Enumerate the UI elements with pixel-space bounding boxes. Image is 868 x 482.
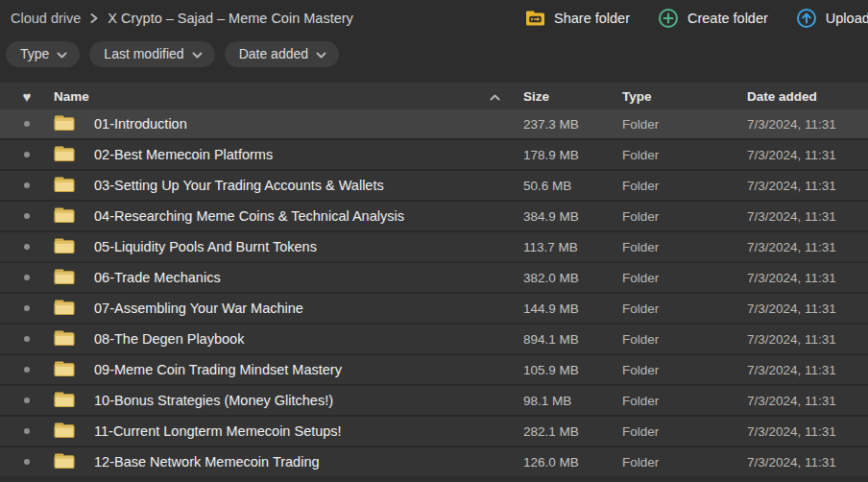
file-size: 178.9 MB [523,148,622,162]
filter-type[interactable]: Type [6,41,80,67]
folder-icon [54,144,75,166]
file-date-added: 7/3/2024, 11:31 [747,332,868,347]
file-name[interactable]: 06-Trade Mechanics [94,270,523,285]
favorite-dot-icon[interactable] [24,244,30,250]
date-added-column-header[interactable]: Date added [747,89,868,104]
table-row[interactable]: 05-Liquidity Pools And Burnt Tokens113.7… [0,232,868,261]
file-date-added: 7/3/2024, 11:31 [747,209,868,224]
file-date-added: 7/3/2024, 11:31 [747,179,868,193]
favorite-dot-icon[interactable] [24,182,30,188]
chevron-down-icon [316,46,326,61]
table-row[interactable]: 06-Trade Mechanics382.0 MBFolder7/3/2024… [0,263,868,292]
favorite-dot-icon[interactable] [24,367,30,373]
file-name[interactable]: 01-Introduction [94,116,523,132]
folder-icon [54,359,75,381]
table-row[interactable]: 01-Introduction237.3 MBFolder7/3/2024, 1… [0,109,868,138]
share-folder-label: Share folder [554,11,630,26]
breadcrumb-root[interactable]: Cloud drive [11,11,81,26]
file-size: 282.1 MB [523,424,622,439]
name-column-header[interactable]: Name [54,89,523,104]
share-folder-icon [525,10,545,27]
file-name[interactable]: 07-Assembling Your War Machine [94,301,523,316]
file-size: 382.0 MB [523,271,622,285]
file-name[interactable]: 12-Base Network Memecoin Trading [94,454,523,470]
file-type: Folder [622,332,747,347]
file-type: Folder [622,209,747,224]
file-name[interactable]: 03-Setting Up Your Trading Accounts & Wa… [94,178,523,193]
type-column-header[interactable]: Type [622,89,747,104]
file-name[interactable]: 04-Researching Meme Coins & Technical An… [94,208,523,224]
file-date-added: 7/3/2024, 11:31 [747,455,868,470]
file-type: Folder [622,394,747,408]
favorite-dot-icon[interactable] [24,275,30,280]
file-name[interactable]: 09-Meme Coin Trading Mindset Mastery [94,362,523,377]
folder-icon [54,175,75,197]
file-size: 50.6 MB [523,179,622,193]
sort-ascending-icon[interactable] [490,89,500,104]
file-type: Folder [622,424,747,439]
table-row[interactable]: 03-Setting Up Your Trading Accounts & Wa… [0,171,868,200]
table-row[interactable]: 09-Meme Coin Trading Mindset Mastery105.… [0,355,868,384]
file-type: Folder [622,301,747,316]
table-row[interactable]: 04-Researching Meme Coins & Technical An… [0,202,868,230]
file-name[interactable]: 05-Liquidity Pools And Burnt Tokens [94,239,523,254]
chevron-down-icon [57,46,67,61]
filter-last-modified[interactable]: Last modified [89,41,214,67]
name-column-label: Name [54,89,89,104]
upload-label: Upload... [826,11,868,26]
file-size: 126.0 MB [523,455,622,470]
folder-icon [54,267,75,289]
file-size: 237.3 MB [523,117,622,132]
favorite-dot-icon[interactable] [24,428,30,434]
file-size: 144.9 MB [523,301,622,316]
filter-last-modified-label: Last modified [104,46,183,61]
breadcrumb-current: X Crypto – Sajad – Meme Coin Mastery [108,11,352,26]
folder-icon [54,113,75,135]
table-row[interactable]: 02-Best Memecoin Platforms178.9 MBFolder… [0,140,868,169]
filter-date-added[interactable]: Date added [225,41,339,67]
file-date-added: 7/3/2024, 11:31 [747,148,868,162]
heart-icon: ♥ [23,89,32,104]
file-type: Folder [622,455,747,470]
file-type: Folder [622,148,747,162]
upload-button[interactable]: Upload... [796,8,868,29]
file-date-added: 7/3/2024, 11:31 [747,301,868,316]
chevron-down-icon [192,46,203,61]
folder-icon [54,298,75,320]
table-row[interactable]: 08-The Degen Playbook894.1 MBFolder7/3/2… [0,325,868,353]
create-folder-button[interactable]: Create folder [658,8,768,29]
favorite-dot-icon[interactable] [24,121,30,127]
breadcrumb: Cloud drive X Crypto – Sajad – Meme Coin… [0,11,353,26]
file-type: Folder [622,179,747,193]
table-row[interactable]: 07-Assembling Your War Machine144.9 MBFo… [0,294,868,323]
file-name[interactable]: 11-Current Longterm Memecoin Setups! [94,423,523,439]
toolbar-actions: Share folder Create folder Upload... [525,0,868,36]
create-folder-icon [658,8,679,29]
favorite-dot-icon[interactable] [24,305,30,311]
file-name[interactable]: 08-The Degen Playbook [94,331,523,347]
file-type: Folder [622,240,747,254]
top-bar: Cloud drive X Crypto – Sajad – Meme Coin… [0,0,868,36]
file-rows: 01-Introduction237.3 MBFolder7/3/2024, 1… [0,109,868,476]
folder-icon [54,421,75,443]
favorites-column-header[interactable]: ♥ [0,89,54,104]
table-row[interactable]: 10-Bonus Strategies (Money Glitches!)98.… [0,386,868,415]
folder-icon [54,236,75,258]
favorite-dot-icon[interactable] [24,398,30,403]
create-folder-label: Create folder [687,11,768,26]
table-row[interactable]: 12-Base Network Memecoin Trading126.0 MB… [0,447,868,476]
share-folder-button[interactable]: Share folder [525,10,630,27]
file-size: 113.7 MB [523,240,622,254]
file-name[interactable]: 10-Bonus Strategies (Money Glitches!) [94,393,523,408]
favorite-dot-icon[interactable] [24,336,30,342]
table-row[interactable]: 11-Current Longterm Memecoin Setups!282.… [0,417,868,446]
file-type: Folder [622,117,747,132]
size-column-header[interactable]: Size [523,89,622,104]
favorite-dot-icon[interactable] [24,213,30,219]
file-name[interactable]: 02-Best Memecoin Platforms [94,147,523,162]
file-size: 98.1 MB [523,394,622,408]
favorite-dot-icon[interactable] [24,459,30,465]
favorite-dot-icon[interactable] [24,152,30,157]
file-size: 894.1 MB [523,332,622,347]
file-date-added: 7/3/2024, 11:31 [747,394,868,408]
